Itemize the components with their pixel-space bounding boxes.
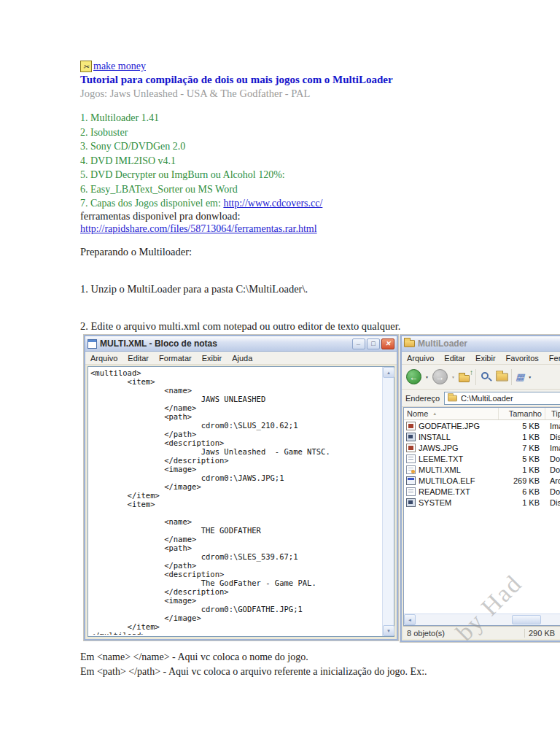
maximize-button[interactable]: □	[367, 338, 380, 349]
file-type: Arqu	[544, 476, 560, 485]
folders-button[interactable]	[496, 373, 508, 381]
tools-item-7-text: 7. Capas dos Jogos disponivel em:	[80, 198, 223, 209]
file-row[interactable]: SYSTEM 1 KB Disca	[404, 497, 560, 508]
forward-button[interactable]: →	[432, 369, 448, 384]
scroll-down-button[interactable]: ▼	[383, 625, 394, 636]
make-money-link[interactable]: make money	[93, 61, 146, 72]
notepad-vertical-scrollbar[interactable]: ▲ ▼	[382, 367, 394, 636]
file-type: Docu	[544, 465, 560, 474]
file-type: Docu	[544, 454, 560, 463]
tools-list: 1. Multiloader 1.41 2. Isobuster 3. Sony…	[80, 111, 322, 211]
explorer-menu-exibir[interactable]: Exibir	[475, 354, 496, 363]
notepad-menu-formatar[interactable]: Formatar	[159, 354, 192, 363]
file-type: Disca	[544, 498, 560, 507]
xml-file-icon	[406, 465, 416, 474]
scroll-left-button[interactable]: ◄	[404, 614, 416, 625]
notepad-menu-ajuda[interactable]: Ajuda	[232, 354, 252, 363]
back-dropdown-caret-icon[interactable]: ▼	[425, 375, 429, 379]
address-input[interactable]: C:\MultiLoader	[444, 392, 560, 405]
explorer-horizontal-scrollbar[interactable]: ◄	[404, 614, 560, 625]
close-button[interactable]: ✕	[381, 338, 394, 349]
scroll-up-icon: ▲	[386, 371, 391, 375]
games-subtitle: Jogos: Jaws Unleashed - USA & The Godfat…	[80, 88, 310, 100]
notepad-titlebar[interactable]: MULTI.XML - Bloco de notas _ □ ✕	[85, 336, 397, 352]
folder-icon	[459, 375, 470, 382]
explorer-window: MultiLoader Arquivo Editar Exibir Favori…	[400, 335, 560, 642]
step-2-text: 2. Edite o arquivo multi.xml com notepad…	[80, 320, 400, 333]
file-type: Imag	[544, 422, 560, 430]
tools-list-item-1: 1. Multiloader 1.41	[80, 111, 322, 125]
notepad-menu-arquivo[interactable]: Arquivo	[90, 354, 117, 363]
image-file-icon	[406, 444, 416, 452]
file-list-panel: Nome▲ Tamanho Tipo GODFATHE.JPG 5 KB Ima…	[403, 407, 560, 626]
application-file-icon	[406, 476, 416, 485]
download-label: ferramentas disponivel pra donwload:	[80, 210, 240, 222]
file-size: 6 KB	[498, 487, 544, 496]
explorer-status-bar: 8 objeto(s) 290 KB	[403, 626, 560, 639]
search-button[interactable]	[480, 371, 493, 384]
file-type: Disca	[544, 433, 560, 441]
column-header-nome[interactable]: Nome▲	[404, 408, 499, 419]
file-type: Docu	[544, 487, 560, 496]
file-name: README.TXT	[419, 487, 498, 496]
column-header-tamanho[interactable]: Tamanho	[499, 408, 545, 419]
views-dropdown-caret-icon[interactable]: ▼	[528, 375, 532, 379]
notepad-window: MULTI.XML - Bloco de notas _ □ ✕ Arquivo…	[84, 335, 398, 640]
file-size: 5 KB	[498, 422, 544, 430]
footer-name-note: Em <name> </name> - Aqui vc coloca o nom…	[80, 651, 308, 663]
text-file-icon	[406, 454, 416, 463]
footer-path-note: Em <path> </path> - Aqui vc coloca o arq…	[80, 666, 427, 678]
scroll-up-button[interactable]: ▲	[383, 367, 394, 378]
explorer-menu-favoritos[interactable]: Favoritos	[506, 354, 539, 363]
minimize-icon: _	[357, 338, 360, 346]
explorer-toolbar: ← ▼ → ▼ ↑ ▦ ▼	[402, 365, 560, 390]
file-row[interactable]: JAWS.JPG 7 KB Imag	[404, 442, 560, 453]
back-button[interactable]: ←	[406, 369, 421, 384]
column-header-tipo-label: Tipo	[551, 409, 560, 418]
rapidshare-link[interactable]: http://rapidshare.com/files/58713064/fer…	[80, 223, 317, 235]
notepad-menu-editar[interactable]: Editar	[128, 354, 149, 363]
file-name: GODFATHE.JPG	[419, 422, 498, 430]
explorer-menu-editar[interactable]: Editar	[444, 354, 465, 363]
notepad-edit-area: <multiload> <item> <name> JAWS UNLEASHED…	[88, 366, 394, 637]
make-money-line: ✂ make money	[80, 61, 146, 72]
image-file-icon	[406, 422, 416, 430]
column-header-tipo[interactable]: Tipo	[545, 408, 560, 419]
notepad-menubar: Arquivo Editar Formatar Exibir Ajuda	[85, 352, 397, 365]
file-row[interactable]: INSTALL 1 KB Disca	[404, 431, 560, 442]
file-row[interactable]: MULTI.XML 1 KB Docu	[404, 464, 560, 475]
file-name: MULTI.XML	[419, 465, 498, 474]
tools-list-item-4: 4. DVD IML2ISO v4.1	[80, 154, 322, 169]
file-row[interactable]: README.TXT 6 KB Docu	[404, 486, 560, 497]
file-name: INSTALL	[419, 433, 498, 441]
tools-list-item-3: 3. Sony CD/DVDGen 2.0	[80, 139, 322, 154]
views-button[interactable]: ▦	[516, 372, 524, 382]
file-size: 1 KB	[498, 433, 544, 441]
scroll-left-icon: ◄	[408, 618, 412, 622]
explorer-menu-ferramentas[interactable]: Ferramentas	[549, 354, 560, 363]
file-row[interactable]: MULTILOA.ELF 269 KB Arqu	[404, 475, 560, 486]
file-name: LEEME.TXT	[419, 454, 498, 463]
up-one-level-button[interactable]: ↑	[459, 372, 472, 382]
system-file-icon	[406, 433, 416, 441]
forward-dropdown-caret-icon[interactable]: ▼	[451, 375, 455, 379]
step-1-text: 1. Unzip o MultiLoader para a pasta C:\M…	[80, 283, 308, 295]
toolbar-separator	[511, 369, 512, 385]
file-row[interactable]: LEEME.TXT 5 KB Docu	[404, 453, 560, 464]
total-size: 290 KB	[525, 629, 560, 638]
explorer-address-bar: Endereço C:\MultiLoader	[402, 390, 560, 407]
cdcovers-link[interactable]: http://www.cdcovers.cc/	[223, 198, 322, 209]
hscroll-thumb[interactable]	[512, 615, 541, 624]
file-row[interactable]: GODFATHE.JPG 5 KB Imag	[404, 420, 560, 431]
tools-list-item-5: 5. DVD Decrypter ou ImgBurn ou Alcohol 1…	[80, 168, 322, 182]
file-size: 5 KB	[498, 454, 544, 463]
explorer-titlebar[interactable]: MultiLoader	[402, 336, 560, 352]
file-name: SYSTEM	[419, 498, 498, 507]
back-arrow-icon: ←	[410, 372, 419, 382]
explorer-menu-arquivo[interactable]: Arquivo	[407, 354, 434, 363]
minimize-button[interactable]: _	[352, 338, 365, 349]
notepad-menu-exibir[interactable]: Exibir	[202, 354, 222, 363]
preparing-heading: Preparando o Multiloader:	[80, 246, 192, 258]
notepad-text-content[interactable]: <multiload> <item> <name> JAWS UNLEASHED…	[90, 368, 380, 635]
file-type: Imag	[544, 444, 560, 452]
